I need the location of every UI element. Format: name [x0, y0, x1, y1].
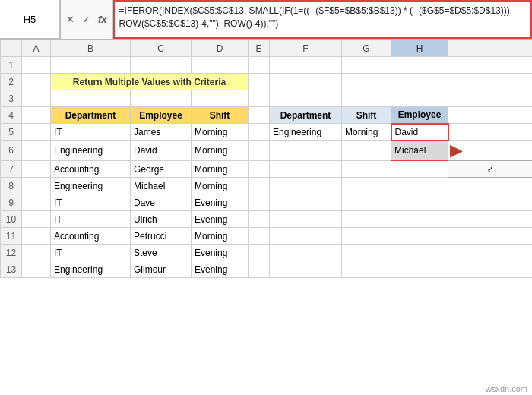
cell-a7[interactable]: [22, 161, 51, 178]
cell-d6[interactable]: Morning: [192, 141, 249, 161]
cell-a10[interactable]: [22, 211, 51, 228]
cell-a1[interactable]: [22, 57, 51, 74]
cell-d5[interactable]: Morning: [192, 124, 249, 141]
cell-a12[interactable]: [22, 245, 51, 261]
cell-a11[interactable]: [22, 228, 51, 245]
cell-c9[interactable]: Dave: [131, 194, 192, 211]
cell-e2[interactable]: [249, 74, 270, 90]
cell-i3[interactable]: [448, 90, 533, 107]
col-header-c[interactable]: C: [131, 40, 192, 57]
cell-h11[interactable]: [391, 228, 448, 245]
cell-b9[interactable]: IT: [51, 194, 131, 211]
cell-g13[interactable]: [342, 261, 391, 278]
cell-b12[interactable]: IT: [51, 245, 131, 261]
cell-a4[interactable]: [22, 107, 51, 124]
cell-g5[interactable]: Morning: [342, 124, 391, 141]
cell-i12[interactable]: [448, 245, 533, 261]
cancel-icon[interactable]: ✕: [64, 13, 77, 26]
col-header-e[interactable]: E: [249, 40, 270, 57]
cell-b13[interactable]: Engineering: [51, 261, 131, 278]
cell-c11[interactable]: Petrucci: [131, 228, 192, 245]
cell-d12[interactable]: Evening: [192, 245, 249, 261]
cell-e12[interactable]: [249, 245, 270, 261]
cell-b6[interactable]: Engineering: [51, 141, 131, 161]
cell-h9[interactable]: [391, 194, 448, 211]
col-header-g[interactable]: G: [342, 40, 391, 57]
cell-i11[interactable]: [448, 228, 533, 245]
cell-c8[interactable]: Michael: [131, 178, 192, 194]
cell-a8[interactable]: [22, 178, 51, 194]
cell-c12[interactable]: Steve: [131, 245, 192, 261]
cell-g8[interactable]: [342, 178, 391, 194]
cell-e6[interactable]: [249, 141, 270, 161]
cell-e4[interactable]: [249, 107, 270, 124]
cell-f13[interactable]: [270, 261, 342, 278]
cell-d11[interactable]: Morning: [192, 228, 249, 245]
cell-b7[interactable]: Accounting: [51, 161, 131, 178]
cell-h1[interactable]: [391, 57, 448, 74]
cell-d9[interactable]: Evening: [192, 194, 249, 211]
cell-f12[interactable]: [270, 245, 342, 261]
cell-h5-active[interactable]: David: [391, 124, 448, 141]
cell-f3[interactable]: [270, 90, 342, 107]
cell-c1[interactable]: [131, 57, 192, 74]
cell-a2[interactable]: [22, 74, 51, 90]
cell-g3[interactable]: [342, 90, 391, 107]
cell-d8[interactable]: Morning: [192, 178, 249, 194]
cell-e7[interactable]: [249, 161, 270, 178]
cell-g10[interactable]: [342, 211, 391, 228]
cell-f11[interactable]: [270, 228, 342, 245]
cell-i4[interactable]: [448, 107, 533, 124]
expand-icon-cell[interactable]: ⤢: [448, 161, 533, 178]
col-header-h[interactable]: H: [391, 40, 448, 57]
cell-g11[interactable]: [342, 228, 391, 245]
cell-e13[interactable]: [249, 261, 270, 278]
cell-c7[interactable]: George: [131, 161, 192, 178]
cell-d7[interactable]: Morning: [192, 161, 249, 178]
cell-d13[interactable]: Evening: [192, 261, 249, 278]
cell-e9[interactable]: [249, 194, 270, 211]
cell-d1[interactable]: [192, 57, 249, 74]
cell-f9[interactable]: [270, 194, 342, 211]
cell-i8[interactable]: [448, 178, 533, 194]
formula-input[interactable]: =IFEROR(INDEX($C$5:$C$13, SMALL(IF(1=((-…: [113, 0, 532, 39]
cell-a9[interactable]: [22, 194, 51, 211]
cell-g1[interactable]: [342, 57, 391, 74]
cell-e11[interactable]: [249, 228, 270, 245]
col-header-f[interactable]: F: [270, 40, 342, 57]
cell-b3[interactable]: [51, 90, 131, 107]
cell-i9[interactable]: [448, 194, 533, 211]
cell-c13[interactable]: Gilmour: [131, 261, 192, 278]
cell-e1[interactable]: [249, 57, 270, 74]
cell-h10[interactable]: [391, 211, 448, 228]
cell-a6[interactable]: [22, 141, 51, 161]
cell-b10[interactable]: IT: [51, 211, 131, 228]
cell-reference-box[interactable]: H5: [0, 0, 61, 39]
cell-b1[interactable]: [51, 57, 131, 74]
confirm-icon[interactable]: ✓: [80, 13, 93, 26]
cell-i1[interactable]: [448, 57, 533, 74]
cell-h2[interactable]: [391, 74, 448, 90]
cell-b11[interactable]: Accounting: [51, 228, 131, 245]
cell-i2[interactable]: [448, 74, 533, 90]
cell-d10[interactable]: Evening: [192, 211, 249, 228]
cell-c10[interactable]: Ulrich: [131, 211, 192, 228]
cell-h6-selected[interactable]: Michael: [391, 141, 448, 161]
cell-b8[interactable]: Engineering: [51, 178, 131, 194]
cell-e3[interactable]: [249, 90, 270, 107]
cell-f10[interactable]: [270, 211, 342, 228]
cell-h8[interactable]: [391, 178, 448, 194]
col-header-a[interactable]: A: [22, 40, 51, 57]
cell-a13[interactable]: [22, 261, 51, 278]
cell-g9[interactable]: [342, 194, 391, 211]
cell-c3[interactable]: [131, 90, 192, 107]
cell-g6[interactable]: [342, 141, 391, 161]
cell-c5[interactable]: James: [131, 124, 192, 141]
cell-a3[interactable]: [22, 90, 51, 107]
cell-f2[interactable]: [270, 74, 342, 90]
cell-f5[interactable]: Engineering: [270, 124, 342, 141]
col-header-b[interactable]: B: [51, 40, 131, 57]
cell-h7[interactable]: [391, 161, 448, 178]
cell-f1[interactable]: [270, 57, 342, 74]
cell-c6[interactable]: David: [131, 141, 192, 161]
